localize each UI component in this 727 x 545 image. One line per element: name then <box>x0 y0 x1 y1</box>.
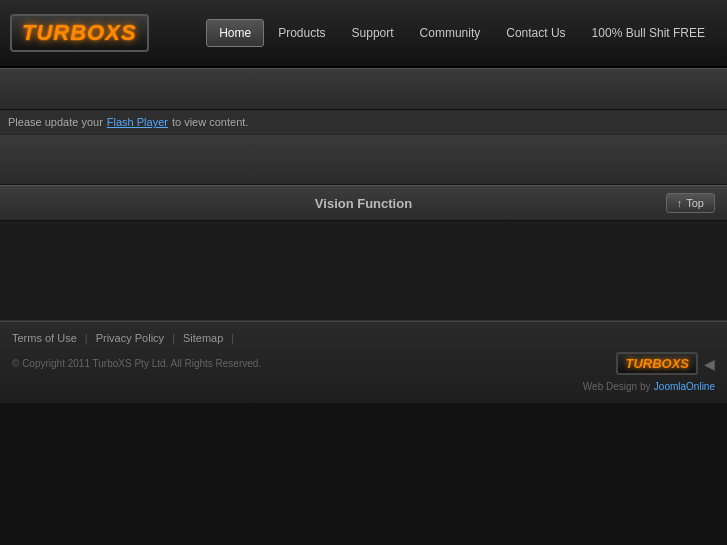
top-button[interactable]: ↑ Top <box>666 193 715 213</box>
logo-area: TURBOXS <box>10 14 149 52</box>
flash-player-link[interactable]: Flash Player <box>107 116 168 128</box>
footer-logo-text: TURBOXS <box>625 356 689 371</box>
top-button-label: Top <box>686 197 704 209</box>
logo-xs: XS <box>105 20 136 45</box>
footer-link-sitemap[interactable]: Sitemap <box>183 332 223 344</box>
logo-turbo: TURBO <box>22 20 105 45</box>
web-design-text: Web Design by <box>583 381 651 392</box>
main-content <box>0 221 727 321</box>
footer-right: TURBOXS ◀ <box>616 352 715 375</box>
copyright-text: © Copyright 2011 TurboXS Pty Ltd. All Ri… <box>12 358 261 369</box>
nav-item-community[interactable]: Community <box>408 20 493 46</box>
joomla-link[interactable]: JoomlaOnline <box>654 381 715 392</box>
top-btn-container: ↑ Top <box>481 193 715 213</box>
footer-logo-xs: XS <box>672 356 689 371</box>
content-area <box>0 135 727 185</box>
header: TURBOXS HomeProductsSupportCommunityCont… <box>0 0 727 68</box>
footer-arrow-icon: ◀ <box>704 356 715 372</box>
footer-logo-turbo: TURBO <box>625 356 671 371</box>
notice-bar: Please update your Flash Player to view … <box>0 110 727 135</box>
notice-text-before: Please update your <box>8 116 103 128</box>
main-nav: HomeProductsSupportCommunityContact Us10… <box>206 19 717 47</box>
notice-text-after: to view content. <box>172 116 248 128</box>
footer-link-terms-of-use[interactable]: Terms of Use <box>12 332 77 344</box>
logo: TURBOXS <box>22 20 137 46</box>
footer: Terms of Use|Privacy Policy|Sitemap| © C… <box>0 321 727 403</box>
page-background <box>0 403 727 545</box>
nav-item-100%-bull-shit-free[interactable]: 100% Bull Shit FREE <box>580 20 717 46</box>
nav-item-support[interactable]: Support <box>340 20 406 46</box>
footer-sep-2: | <box>172 332 175 344</box>
vision-title: Vision Function <box>246 196 480 211</box>
footer-links: Terms of Use|Privacy Policy|Sitemap| <box>12 332 715 344</box>
top-arrow-icon: ↑ <box>677 197 683 209</box>
footer-sep-trail: | <box>231 332 234 344</box>
nav-item-contact-us[interactable]: Contact Us <box>494 20 577 46</box>
footer-bottom: © Copyright 2011 TurboXS Pty Ltd. All Ri… <box>12 352 715 375</box>
banner <box>0 68 727 110</box>
vision-bar: Vision Function ↑ Top <box>0 185 727 221</box>
footer-link-privacy-policy[interactable]: Privacy Policy <box>96 332 164 344</box>
logo-box: TURBOXS <box>10 14 149 52</box>
nav-item-home[interactable]: Home <box>206 19 264 47</box>
web-design-area: Web Design by JoomlaOnline <box>12 379 715 393</box>
footer-sep-1: | <box>85 332 88 344</box>
nav-item-products[interactable]: Products <box>266 20 337 46</box>
footer-logo: TURBOXS <box>616 352 698 375</box>
